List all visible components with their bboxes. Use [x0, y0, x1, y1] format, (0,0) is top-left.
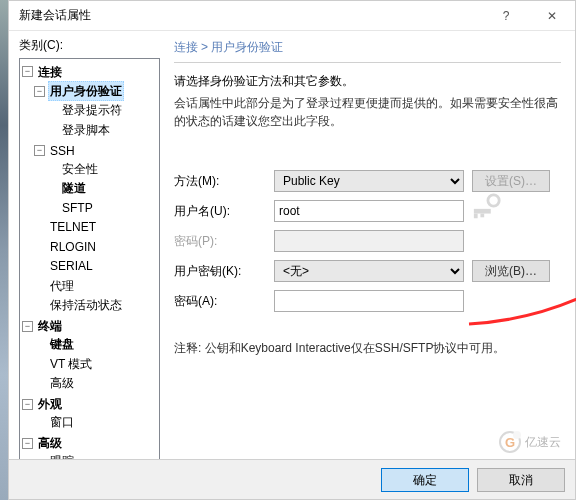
tree-rlogin[interactable]: RLOGIN — [34, 238, 98, 256]
tree-advanced-t[interactable]: 高级 — [34, 374, 76, 392]
dialog: 新建会话属性 ? ✕ 类别(C): −连接 −用户身份验证 登录提示符 登录脚本 — [8, 0, 576, 500]
tree-security[interactable]: 安全性 — [46, 160, 100, 178]
note: 注释: 公钥和Keyboard Interactive仅在SSH/SFTP协议中… — [174, 340, 561, 357]
ok-button[interactable]: 确定 — [381, 468, 469, 492]
tree-telnet[interactable]: TELNET — [34, 218, 98, 236]
svg-rect-2 — [474, 214, 478, 219]
bc-auth: 用户身份验证 — [211, 40, 283, 54]
right-panel: 连接>用户身份验证 请选择身份验证方法和其它参数。 会话属性中此部分是为了登录过… — [164, 31, 575, 461]
cancel-button[interactable]: 取消 — [477, 468, 565, 492]
tree-appearance[interactable]: −外观 — [22, 395, 64, 413]
key-icon — [472, 192, 502, 222]
category-label: 类别(C): — [19, 37, 160, 54]
svg-rect-1 — [474, 209, 491, 214]
divider — [174, 62, 561, 63]
svg-point-0 — [488, 195, 499, 206]
tree-window[interactable]: 窗口 — [34, 413, 76, 431]
bc-connect[interactable]: 连接 — [174, 40, 198, 54]
tree-keepalive[interactable]: 保持活动状态 — [34, 296, 124, 314]
tree-keyboard[interactable]: 键盘 — [34, 335, 76, 353]
help-button[interactable]: ? — [483, 1, 529, 31]
tree-login-prompt[interactable]: 登录提示符 — [46, 101, 124, 119]
settings-button[interactable]: 设置(S)… — [472, 170, 550, 192]
tree-vtmode[interactable]: VT 模式 — [34, 355, 94, 373]
category-tree[interactable]: −连接 −用户身份验证 登录提示符 登录脚本 −SSH 安全性 — [19, 58, 160, 472]
tree-login-script[interactable]: 登录脚本 — [46, 121, 112, 139]
tree-serial[interactable]: SERIAL — [34, 257, 95, 275]
method-select[interactable]: Public Key — [274, 170, 464, 192]
username-input[interactable] — [274, 200, 464, 222]
titlebar: 新建会话属性 ? ✕ — [9, 1, 575, 31]
window-title: 新建会话属性 — [19, 7, 483, 24]
password1-input — [274, 230, 464, 252]
browse-button[interactable]: 浏览(B)… — [472, 260, 550, 282]
userkey-select[interactable]: <无> — [274, 260, 464, 282]
tree-auth[interactable]: −用户身份验证 — [34, 81, 124, 101]
desc1: 请选择身份验证方法和其它参数。 — [174, 73, 561, 90]
tree-ssh[interactable]: −SSH — [34, 142, 77, 160]
tree-terminal[interactable]: −终端 — [22, 317, 64, 335]
password2-input[interactable] — [274, 290, 464, 312]
breadcrumb: 连接>用户身份验证 — [174, 39, 561, 62]
tree-connect[interactable]: −连接 — [22, 63, 64, 81]
tree-tunnel[interactable]: 隧道 — [46, 179, 88, 197]
password1-label: 密码(P): — [174, 233, 274, 250]
desc2: 会话属性中此部分是为了登录过程更便捷而提供的。如果需要安全性很高的状态的话建议您… — [174, 94, 561, 130]
close-button[interactable]: ✕ — [529, 1, 575, 31]
svg-rect-3 — [480, 214, 484, 218]
tree-proxy[interactable]: 代理 — [34, 277, 76, 295]
footer: 确定 取消 — [9, 459, 575, 499]
tree-sftp[interactable]: SFTP — [46, 199, 95, 217]
tree-advanced[interactable]: −高级 — [22, 434, 64, 452]
left-gutter — [0, 0, 8, 500]
userkey-label: 用户密钥(K): — [174, 263, 274, 280]
password2-label: 密码(A): — [174, 293, 274, 310]
method-label: 方法(M): — [174, 173, 274, 190]
username-label: 用户名(U): — [174, 203, 274, 220]
